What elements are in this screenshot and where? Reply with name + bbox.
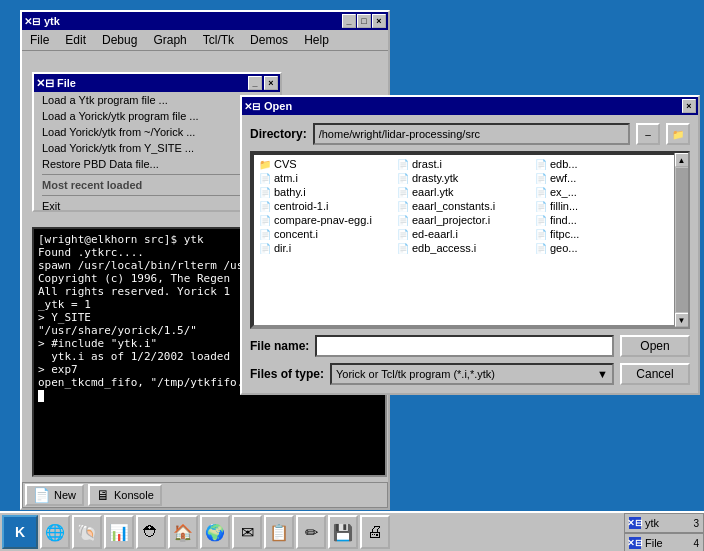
mail-btn[interactable]: ✉: [232, 515, 262, 549]
file-panel-min[interactable]: _: [248, 76, 262, 90]
file-type-row: Files of type: Yorick or Tcl/tk program …: [250, 363, 690, 385]
menu-help[interactable]: Help: [300, 32, 333, 48]
file-type-select[interactable]: Yorick or Tcl/tk program (*.i,*.ytk) ▼: [330, 363, 614, 385]
file-list-scrollbar[interactable]: ▲ ▼: [674, 153, 688, 327]
file-icon: 📄: [535, 215, 547, 226]
files-btn[interactable]: 📊: [104, 515, 134, 549]
taskbar-ytk-label: ytk: [645, 517, 659, 529]
file-icon: 📄: [535, 173, 547, 184]
file-item-eaarl[interactable]: 📄 eaarl.ytk: [394, 185, 532, 199]
file-icon: 📄: [259, 215, 271, 226]
new-button[interactable]: 📄 New: [25, 484, 84, 506]
ytk-title-icon: ✕⊟: [24, 16, 40, 27]
ytk-titlebar: ✕⊟ ytk _ □ ×: [22, 12, 388, 30]
open-dialog-icon: ✕⊟: [244, 101, 260, 112]
dropdown-arrow-icon: ▼: [597, 368, 608, 380]
file-name-row: File name: Open: [250, 335, 690, 357]
file-item-edb[interactable]: 📄 edb...: [532, 157, 670, 171]
clipboard-btn[interactable]: 📋: [264, 515, 294, 549]
file-panel-close[interactable]: ×: [264, 76, 278, 90]
menu-debug[interactable]: Debug: [98, 32, 141, 48]
ytk-close-btn[interactable]: ×: [372, 14, 386, 28]
help-icon-btn[interactable]: ⛑: [136, 515, 166, 549]
directory-row: Directory: /home/wright/lidar-processing…: [250, 123, 690, 145]
ytk-restore-btn[interactable]: □: [357, 14, 371, 28]
file-icon: 📄: [397, 229, 409, 240]
cancel-button[interactable]: Cancel: [620, 363, 690, 385]
save-btn[interactable]: 💾: [328, 515, 358, 549]
file-item-eaarl-proj[interactable]: 📄 eaarl_projector.i: [394, 213, 532, 227]
menu-edit[interactable]: Edit: [61, 32, 90, 48]
folder-icon: 📁: [259, 159, 271, 170]
file-item-drasty[interactable]: 📄 drasty.ytk: [394, 171, 532, 185]
file-item-compare[interactable]: 📄 compare-pnav-egg.i: [256, 213, 394, 227]
file-icon: 📄: [535, 159, 547, 170]
file-item-find[interactable]: 📄 find...: [532, 213, 670, 227]
file-item-eaarl-const[interactable]: 📄 eaarl_constants.i: [394, 199, 532, 213]
file-icon: 📄: [535, 229, 547, 240]
file-icon: 📄: [397, 173, 409, 184]
menu-tcltk[interactable]: Tcl/Tk: [199, 32, 238, 48]
file-icon: 📄: [259, 173, 271, 184]
open-dialog: ✕⊟ Open × Directory: /home/wright/lidar-…: [240, 95, 700, 395]
print-btn[interactable]: 🖨: [360, 515, 390, 549]
file-item-ed-eaarl[interactable]: 📄 ed-eaarl.i: [394, 227, 532, 241]
print-icon: 🖨: [367, 523, 383, 541]
file-item-geo[interactable]: 📄 geo...: [532, 241, 670, 255]
file-icon: 📄: [397, 159, 409, 170]
file-item-dir[interactable]: 📄 dir.i: [256, 241, 394, 255]
file-item-cvs[interactable]: 📁 CVS: [256, 157, 394, 171]
file-icon: 📄: [259, 229, 271, 240]
file-name-input[interactable]: [315, 335, 614, 357]
scroll-up-btn[interactable]: ▲: [675, 153, 689, 167]
edit-btn[interactable]: ✏: [296, 515, 326, 549]
file-item-ex[interactable]: 📄 ex_...: [532, 185, 670, 199]
start-button[interactable]: K: [2, 515, 38, 549]
open-dialog-close-btn[interactable]: ×: [682, 99, 696, 113]
taskbar-file-num: 4: [693, 538, 699, 549]
file-panel-titlebar: ✕⊟ File _ ×: [34, 74, 280, 92]
ytk-minimize-btn[interactable]: _: [342, 14, 356, 28]
open-dialog-body: Directory: /home/wright/lidar-processing…: [242, 115, 698, 393]
scroll-down-btn[interactable]: ▼: [675, 313, 689, 327]
browser-icon: 🌐: [45, 523, 65, 542]
file-item-bathy[interactable]: 📄 bathy.i: [256, 185, 394, 199]
file-dot: ✕⊟: [629, 537, 641, 549]
file-item-centroid[interactable]: 📄 centroid-1.i: [256, 199, 394, 213]
open-button[interactable]: Open: [620, 335, 690, 357]
file-item-edb-access[interactable]: 📄 edb_access.i: [394, 241, 532, 255]
edit-icon: ✏: [305, 523, 318, 542]
ytk-title-text: ytk: [44, 15, 341, 27]
file-item-concent[interactable]: 📄 concent.i: [256, 227, 394, 241]
menu-file[interactable]: File: [26, 32, 53, 48]
scroll-thumb[interactable]: [676, 168, 688, 312]
konsole-button[interactable]: 🖥 Konsole: [88, 484, 162, 506]
new-icon: 📄: [33, 487, 50, 503]
file-item-fitpc[interactable]: 📄 fitpc...: [532, 227, 670, 241]
save-icon: 💾: [333, 523, 353, 542]
dir-up-btn[interactable]: –: [636, 123, 660, 145]
clipboard-icon: 📋: [269, 523, 289, 542]
taskbar-file-label: File: [645, 537, 663, 549]
file-separator-2: [42, 195, 272, 196]
taskbar-ytk-item[interactable]: ✕⊟ ytk 3: [624, 513, 704, 533]
dir-folder-btn[interactable]: 📁: [666, 123, 690, 145]
file-item-fillin[interactable]: 📄 fillin...: [532, 199, 670, 213]
terminal-btn[interactable]: 🐚: [72, 515, 102, 549]
browser-btn[interactable]: 🌐: [40, 515, 70, 549]
file-item-drast[interactable]: 📄 drast.i: [394, 157, 532, 171]
web-btn[interactable]: 🌍: [200, 515, 230, 549]
menu-graph[interactable]: Graph: [149, 32, 190, 48]
taskbar-file-item[interactable]: ✕⊟ File 4: [624, 533, 704, 551]
file-item-ewf[interactable]: 📄 ewf...: [532, 171, 670, 185]
home-btn[interactable]: 🏠: [168, 515, 198, 549]
file-item-atm[interactable]: 📄 atm.i: [256, 171, 394, 185]
bottom-bar: 📄 New 🖥 Konsole: [22, 482, 388, 508]
menu-demos[interactable]: Demos: [246, 32, 292, 48]
file-type-value: Yorick or Tcl/tk program (*.i,*.ytk): [336, 368, 495, 380]
taskbar-ytk-num: 3: [693, 518, 699, 529]
directory-label: Directory:: [250, 127, 307, 141]
kde-logo-icon: K: [15, 524, 25, 540]
files-icon: 📊: [109, 523, 129, 542]
file-icon: 📄: [535, 187, 547, 198]
